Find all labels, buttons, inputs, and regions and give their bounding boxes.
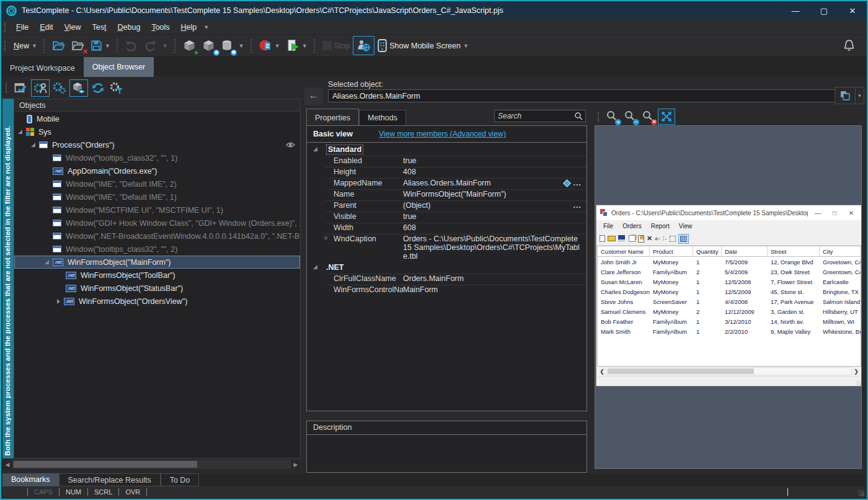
selected-object-input[interactable] (328, 89, 835, 102)
tree-item[interactable]: .netWinFormsObject("OrdersView") (14, 295, 300, 308)
expander-icon[interactable] (57, 299, 60, 304)
property-section-net[interactable]: .NET (307, 261, 587, 274)
orders-maximize-button[interactable]: □ (828, 210, 841, 217)
tree-item[interactable]: .netWinFormsObject("ToolBar") (14, 269, 300, 282)
orders-scroll-right-icon[interactable]: ❯ (852, 368, 861, 375)
property-row[interactable]: Parent(Object)... (307, 200, 587, 212)
refresh-button[interactable] (89, 80, 107, 96)
point-and-fix-button[interactable] (353, 36, 374, 55)
open-file-button[interactable] (49, 37, 68, 54)
copy-name-button[interactable] (835, 87, 856, 104)
redo-button[interactable] (141, 38, 159, 54)
menu-item-debug[interactable]: Debug (112, 22, 146, 33)
section-expander-icon[interactable] (313, 265, 317, 269)
show-hidden-objects-button[interactable] (69, 79, 88, 97)
menu-item-view[interactable]: View (59, 22, 87, 33)
new-button[interactable]: New▼ (11, 39, 40, 53)
bottom-tab-search-replace-results[interactable]: Search/Replace Results (59, 473, 161, 486)
orders-column-header[interactable]: City (820, 246, 861, 257)
ellipsis-button[interactable]: ... (574, 179, 582, 187)
filter-settings-button[interactable] (108, 80, 125, 96)
orders-copy-icon[interactable] (629, 235, 636, 242)
expander-open-icon[interactable] (18, 130, 22, 134)
minimize-button[interactable]: — (781, 1, 810, 20)
close-button[interactable]: ✕ (838, 1, 867, 20)
map-object-button[interactable]: ⊕ (199, 37, 218, 55)
tree-item[interactable]: Window("GDI+ Hook Window Class", "GDI+ W… (14, 217, 300, 230)
orders-horizontal-scrollbar[interactable]: ❮ ❯ (596, 367, 862, 376)
zoom-reset-button[interactable]: ✕ (640, 109, 656, 124)
property-row[interactable]: Width608 (307, 223, 587, 234)
bottom-tab-bookmarks[interactable]: Bookmarks (2, 473, 59, 486)
orders-list-icon[interactable]: ⁞- (663, 236, 668, 242)
tree-item[interactable]: .netAppDomain("Orders.exe") (14, 164, 300, 177)
orders-menu-file[interactable]: File (599, 221, 618, 231)
menu-item-help[interactable]: Help (175, 22, 203, 33)
orders-grid-view-button[interactable] (678, 234, 689, 244)
property-section-standard[interactable]: Standard (307, 143, 587, 156)
tab-properties[interactable]: Properties (306, 109, 359, 125)
property-row[interactable]: WndCaptionOrders - C:\Users\Public\Docum… (307, 234, 587, 261)
orders-delete-icon[interactable]: ✕ (647, 234, 652, 243)
orders-menu-report[interactable]: Report (647, 221, 674, 231)
orders-column-header[interactable]: Date (722, 246, 768, 257)
orders-sort-icon[interactable]: a↓ (655, 236, 660, 241)
orders-column-header[interactable]: Product (650, 246, 693, 257)
expert-mode-button[interactable] (31, 79, 50, 97)
ellipsis-button[interactable]: ... (574, 201, 582, 210)
workspace-tab-object-browser[interactable]: Object Browser (84, 57, 154, 77)
scrollbar-thumb[interactable] (14, 461, 197, 468)
orders-menu-orders[interactable]: Orders (618, 221, 646, 231)
orders-table-row[interactable]: John Smith JrMyMoney17/5/200912, Orange … (598, 257, 861, 267)
orders-menu-view[interactable]: View (675, 221, 697, 231)
scroll-left-arrow-icon[interactable]: ◀ (2, 462, 12, 468)
orders-column-header[interactable]: Street (768, 246, 820, 257)
tree-item[interactable]: .netWinFormsObject("MainForm") (14, 256, 300, 269)
property-row[interactable]: Height408 (307, 167, 587, 178)
tree-horizontal-scrollbar[interactable]: ◀ ▶ (2, 460, 301, 469)
tree-item[interactable]: Window("tooltips_class32", "", 1) (14, 151, 300, 164)
orders-table-row[interactable]: Susan McLarenMyMoney112/5/20087, Flower … (598, 277, 861, 287)
scroll-right-arrow-icon[interactable]: ▶ (291, 462, 301, 468)
undo-dropdown[interactable]: ▼ (159, 40, 171, 51)
expander-open-icon[interactable] (31, 143, 35, 147)
eye-icon[interactable] (286, 141, 295, 150)
menu-item-edit[interactable]: Edit (34, 22, 59, 33)
tree-item[interactable]: Sys (14, 125, 300, 138)
orders-open-icon[interactable] (608, 236, 616, 241)
tree-item[interactable]: Window(".NET-BroadcastEventWindow.4.0.0.… (14, 230, 300, 243)
orders-table-row[interactable]: Steve JohnsScreenSaver14/4/200817, Park … (598, 297, 861, 306)
copy-name-dropdown[interactable]: ▼ (856, 87, 864, 104)
orders-table-row[interactable]: Mark SmithFamilyAlbum12/2/20109, Maple V… (598, 326, 861, 336)
menu-item-tools[interactable]: Tools (146, 22, 175, 33)
property-row[interactable]: Visibletrue (307, 212, 587, 223)
property-row[interactable]: NameWinFormsObject("MainForm") (307, 189, 587, 200)
add-object-button[interactable]: ＋ (180, 37, 199, 55)
back-button[interactable]: ← (304, 87, 323, 105)
tree-item[interactable]: Window("MSCTFIME UI", "MSCTFIME UI", 1) (14, 203, 300, 217)
tree-item[interactable]: Window("IME", "Default IME", 1) (14, 190, 300, 203)
property-search-input[interactable] (495, 112, 574, 120)
orders-column-header[interactable]: Customer Name (598, 246, 650, 257)
tree-item[interactable]: Mobile (14, 112, 300, 125)
workspace-tab-project-workspace[interactable]: Project Workspace (1, 60, 84, 77)
orders-table-row[interactable]: Clare JeffersonFamilyAlbum25/4/200923, O… (598, 267, 861, 277)
orders-new-icon[interactable] (600, 235, 605, 242)
property-row[interactable]: MappedNameAliases.Orders.MainForm... (307, 178, 587, 189)
undo-button[interactable] (122, 38, 141, 54)
expander-open-icon[interactable] (45, 260, 49, 264)
orders-select-icon[interactable] (670, 236, 676, 242)
tree-item[interactable]: .netWinFormsObject("StatusBar") (14, 282, 300, 295)
orders-table-row[interactable]: Bob FeatherFamilyAlbum13/12/201014, Nort… (598, 316, 861, 326)
record-button[interactable]: ▼ (256, 37, 283, 55)
tree-item[interactable]: Window("IME", "Default IME", 2) (14, 177, 300, 190)
menu-item-file[interactable]: File (11, 22, 34, 33)
stop-button[interactable]: Stop (319, 38, 353, 53)
menu-item-test[interactable]: Test (87, 22, 112, 33)
notifications-button[interactable] (840, 37, 858, 55)
property-row[interactable]: Enabledtrue (307, 156, 587, 167)
orders-table-row[interactable]: Charles DodgesonMyMoney112/5/200945, Sto… (598, 287, 861, 297)
advanced-view-link[interactable]: View more members (Advanced view) (379, 130, 506, 138)
orders-paste-icon[interactable] (638, 235, 644, 243)
highlight-object-button[interactable] (12, 80, 30, 96)
